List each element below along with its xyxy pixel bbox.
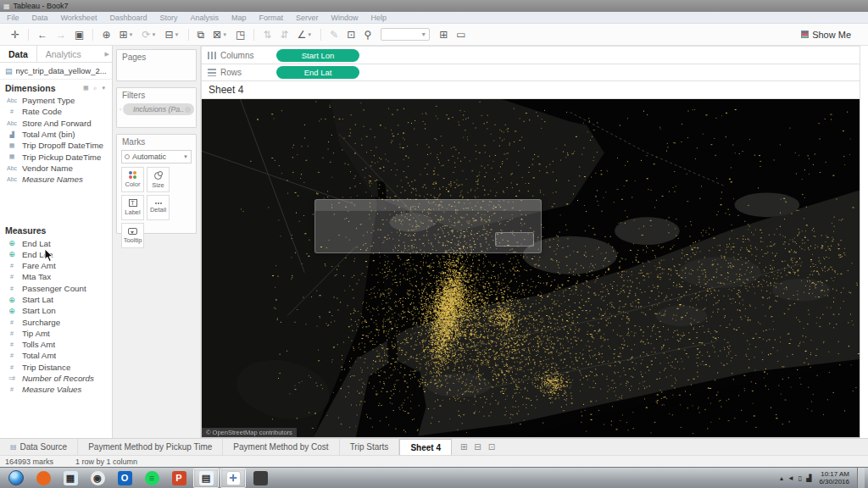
field-start-lon[interactable]: ⊕Start Lon	[0, 305, 112, 316]
field-start-lat[interactable]: ⊕Start Lat	[0, 294, 112, 305]
new-datasource-button[interactable]: ⊕	[97, 27, 114, 42]
detail-button[interactable]: Detail	[147, 195, 170, 220]
show-cards-button[interactable]: ⊞	[435, 27, 452, 42]
battery-icon[interactable]: ▯	[798, 474, 802, 482]
powerpoint-icon[interactable]: P	[166, 469, 192, 488]
field-tip-amt[interactable]: #Tip Amt	[0, 328, 112, 339]
menu-window[interactable]: Window	[331, 14, 359, 22]
network-icon[interactable]: ▟	[806, 474, 811, 482]
rows-shelf[interactable]: Rows End Lat	[201, 64, 860, 81]
tab-analytics[interactable]: Analytics	[37, 46, 90, 62]
firefox-icon[interactable]	[31, 469, 56, 488]
fit-dropdown[interactable]: ▼	[381, 28, 430, 41]
field-number-of-records[interactable]: =#Number of Records	[0, 373, 112, 384]
field-payment-type[interactable]: AbcPayment Type	[0, 95, 112, 106]
clear-sheet-button[interactable]: ⊠▼	[209, 27, 231, 42]
field-trip-distance[interactable]: #Trip Distance	[0, 362, 112, 373]
columns-pill-start-lon[interactable]: Start Lon	[276, 49, 359, 62]
chrome-icon[interactable]: ◉	[85, 469, 110, 488]
toolbar-separator	[188, 29, 189, 41]
back-button[interactable]: ←	[33, 27, 52, 42]
sheet-title: Sheet 4	[209, 84, 243, 96]
field-label: Trip Distance	[22, 363, 70, 372]
tab-trip-starts[interactable]: Trip Starts	[340, 439, 400, 455]
calculator-icon[interactable]: ▦	[58, 469, 83, 488]
save-button[interactable]: ▣	[70, 27, 88, 42]
field-measure-names[interactable]: AbcMeasure Names	[0, 174, 112, 185]
filter-pill[interactable]: Inclusions (Pa..	[123, 103, 194, 115]
refresh-button: ⟳▼	[137, 27, 160, 42]
field-end-lon[interactable]: ⊕End Lon	[0, 249, 112, 260]
notepad-icon[interactable]: ▤	[193, 469, 219, 488]
menu-story[interactable]: Story	[159, 14, 177, 22]
number-icon: #	[6, 286, 18, 291]
tab-data[interactable]: Data	[0, 46, 37, 62]
menu-help[interactable]: Help	[371, 14, 387, 22]
menu-server[interactable]: Server	[296, 14, 319, 22]
presentation-mode-button[interactable]: ▭	[452, 27, 470, 42]
fix-map-button[interactable]: ⚲	[359, 27, 376, 42]
outlook-icon[interactable]: O	[112, 469, 137, 488]
tab-sheet-4[interactable]: Sheet 4	[399, 439, 452, 455]
menu-file[interactable]: File	[7, 14, 19, 22]
show-me-button[interactable]: Show Me	[801, 30, 861, 40]
textbox-button[interactable]: ⊡	[342, 27, 359, 42]
size-button[interactable]: Size	[147, 167, 170, 192]
field-total-amt[interactable]: #Total Amt	[0, 350, 112, 361]
map-canvas[interactable]	[202, 99, 860, 437]
new-worksheet-tab-button[interactable]: ⊞	[460, 442, 467, 452]
menu-format[interactable]: Format	[259, 14, 283, 22]
show-desktop-button[interactable]	[857, 468, 865, 488]
cards-column: Pages Filters ▫ Inclusions (Pa.. Marks A…	[113, 46, 201, 438]
field-trip-pickup-datetime[interactable]: ▦Trip Pickup DateTime	[0, 151, 112, 162]
rows-pill-end-lat[interactable]: End Lat	[276, 66, 359, 79]
field-measure-values[interactable]: #Measure Values	[0, 384, 112, 395]
field-vendor-name[interactable]: AbcVendor Name	[0, 163, 112, 174]
tab-payment-method-by-cost[interactable]: Payment Method by Cost	[223, 439, 339, 455]
label-button[interactable]: TLabel	[121, 195, 144, 220]
hidden-icons-icon[interactable]: ▴	[780, 474, 783, 482]
map-view[interactable]: © OpenStreetMap contributors	[201, 99, 860, 438]
chevron-right-icon[interactable]: ▶	[105, 51, 112, 58]
menu-dashboard[interactable]: Dashboard	[109, 14, 147, 22]
menu-worksheet[interactable]: Worksheet	[61, 14, 97, 22]
field-mta-tax[interactable]: #Mta Tax	[0, 271, 112, 282]
columns-shelf[interactable]: Columns Start Lon	[201, 46, 860, 64]
taskbar-clock[interactable]: 10:17 AM 6/30/2016	[815, 470, 853, 485]
new-worksheet-button[interactable]: ⊞▼	[114, 27, 137, 42]
filters-card[interactable]: Filters ▫ Inclusions (Pa..	[116, 87, 197, 128]
field-tolls-amt[interactable]: #Tolls Amt	[0, 339, 112, 350]
field-store-and-forward[interactable]: AbcStore And Forward	[0, 118, 112, 129]
menu-data[interactable]: Data	[32, 14, 48, 22]
new-dashboard-tab-button[interactable]: ⊟	[474, 442, 481, 452]
highlight-button[interactable]: ◳	[231, 27, 249, 42]
tooltip-button[interactable]: Tooltip	[121, 223, 144, 248]
menu-analysis[interactable]: Analysis	[190, 14, 219, 22]
volume-icon[interactable]: ◄	[787, 474, 794, 482]
field-end-lat[interactable]: ⊕End Lat	[0, 237, 112, 248]
tab-payment-method-by-pickup-time[interactable]: Payment Method by Pickup Time	[78, 439, 223, 455]
tableau-logo-icon[interactable]: ✛	[7, 27, 24, 42]
field-surcharge[interactable]: #Surcharge	[0, 316, 112, 327]
field-rate-code[interactable]: #Rate Code	[0, 106, 112, 117]
datasource-item[interactable]: ▤ nyc_trip_data_yellow_2...	[0, 63, 112, 80]
new-story-tab-button[interactable]: ⊡	[488, 442, 495, 452]
dimensions-header-icons[interactable]: ▦ ⌕ ▾	[83, 85, 107, 92]
duplicate-sheet-button[interactable]: ⧉	[193, 27, 209, 42]
tab-data-source[interactable]: ▤Data Source	[0, 439, 78, 455]
color-button[interactable]: Color	[121, 167, 144, 192]
add-field-button[interactable]: ⊟▼	[161, 27, 184, 42]
mark-type-dropdown[interactable]: Automatic ▼	[121, 150, 192, 164]
field-fare-amt[interactable]: #Fare Amt	[0, 260, 112, 271]
tableau-taskbar-icon[interactable]: ✛	[220, 469, 246, 488]
show-labels-button[interactable]: ∠▼	[293, 27, 317, 42]
recorder-icon[interactable]	[248, 469, 273, 488]
field-passenger-count[interactable]: #Passenger Count	[0, 283, 112, 294]
field-trip-dropoff-datetime[interactable]: ▦Trip Dropoff DateTime	[0, 140, 112, 151]
menu-map[interactable]: Map	[231, 14, 247, 22]
pages-card[interactable]: Pages	[116, 49, 197, 81]
field-total-amt-bin-[interactable]: ▟Total Amt (bin)	[0, 129, 112, 140]
field-label: End Lat	[22, 239, 51, 248]
start-button[interactable]	[3, 469, 29, 488]
spotify-icon[interactable]: ≡	[139, 469, 164, 488]
